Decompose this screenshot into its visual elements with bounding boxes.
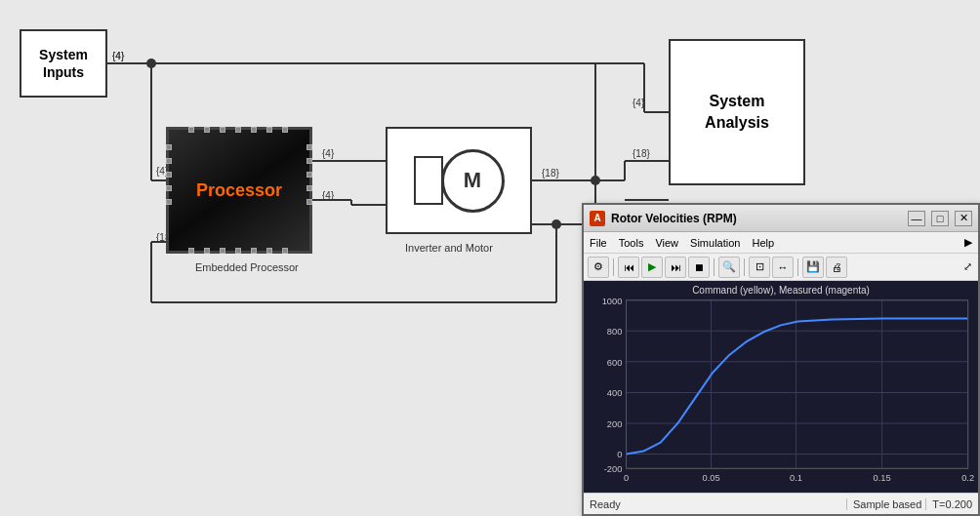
scope-window: A Rotor Velocities (RPM) — □ ✕ File Tool…	[582, 203, 980, 516]
scope-maximize-button[interactable]: □	[931, 211, 949, 226]
scope-plot-title: Command (yellow), Measured (magenta)	[584, 285, 978, 296]
scope-time: T=0.200	[925, 498, 972, 510]
system-inputs-label-line1: System	[39, 47, 88, 62]
toolbar-fit-button[interactable]: ⊡	[749, 257, 770, 278]
wire-label-5: {18}	[542, 168, 559, 179]
scope-svg: 1000 800 600 400 200 0 -200 0 0.05 0.1 0…	[584, 281, 978, 493]
wire-label-7: {18}	[633, 148, 650, 159]
system-analysis-label-line1: System	[710, 93, 765, 109]
scope-title-icon: A	[590, 211, 605, 226]
scope-titlebar: A Rotor Velocities (RPM) — □ ✕	[584, 205, 978, 232]
svg-point-3	[146, 59, 156, 68]
wire-label-4: {4}	[322, 190, 334, 201]
svg-text:0.15: 0.15	[874, 473, 891, 483]
toolbar-settings-button[interactable]: ⚙	[588, 257, 609, 278]
motor-rect	[414, 156, 443, 205]
toolbar-print-button[interactable]: 🖨	[826, 257, 847, 278]
svg-text:0.1: 0.1	[790, 473, 802, 483]
svg-point-11	[591, 176, 600, 185]
toolbar-sep-2	[714, 258, 715, 276]
wire-label-6: {4}	[633, 98, 644, 108]
toolbar-rewind-button[interactable]: ⏮	[618, 257, 639, 278]
toolbar-sep-1	[613, 258, 614, 276]
svg-text:0.05: 0.05	[702, 473, 719, 483]
toolbar-stop-button[interactable]: ⏹	[688, 257, 710, 278]
scope-toolbar: ⚙ ⏮ ▶ ⏭ ⏹ 🔍 ⊡ ↔ 💾 🖨 ⤢	[584, 254, 978, 281]
scope-close-button[interactable]: ✕	[955, 211, 972, 226]
scope-status-text: Ready	[590, 498, 842, 510]
scope-menu-tools[interactable]: Tools	[619, 237, 644, 249]
toolbar-sep-3	[744, 258, 745, 276]
scope-menu-arrow[interactable]: ▶	[964, 236, 972, 249]
scope-statusbar: Ready Sample based T=0.200	[584, 493, 978, 514]
scope-menu-view[interactable]: View	[655, 237, 678, 249]
svg-text:-200: -200	[604, 464, 623, 474]
svg-text:0.2: 0.2	[961, 473, 974, 483]
scope-menubar: File Tools View Simulation Help ▶	[584, 232, 978, 254]
system-analysis-label-line2: Analysis	[705, 114, 769, 131]
toolbar-step-button[interactable]: ⏭	[665, 257, 686, 278]
motor-symbol: M	[414, 149, 505, 213]
svg-point-22	[551, 219, 561, 229]
toolbar-zoom-button[interactable]: 🔍	[718, 257, 740, 278]
scope-title-text: Rotor Velocities (RPM)	[611, 212, 902, 225]
inverter-motor-label: Inverter and Motor	[405, 242, 493, 254]
simulink-canvas: {4} {4} {4} {4} {4} {18} {4} {18} {18} S…	[0, 0, 980, 516]
svg-text:1000: 1000	[602, 297, 623, 306]
toolbar-sep-4	[797, 258, 798, 276]
block-system-inputs: System Inputs	[20, 29, 107, 98]
scope-minimize-button[interactable]: —	[908, 211, 925, 226]
toolbar-expand-button[interactable]: ⤢	[961, 258, 974, 275]
block-inverter-motor: M	[386, 127, 532, 234]
scope-plot-area: Command (yellow), Measured (magenta)	[584, 281, 978, 493]
block-system-analysis: System Analysis	[669, 39, 805, 185]
wire-label-1b: {4}	[112, 51, 124, 61]
svg-text:800: 800	[607, 327, 623, 337]
svg-text:600: 600	[607, 358, 623, 368]
svg-text:0: 0	[617, 451, 622, 460]
scope-menu-simulation[interactable]: Simulation	[690, 237, 740, 249]
toolbar-save-button[interactable]: 💾	[802, 257, 824, 278]
processor-label: Processor	[196, 180, 282, 201]
processor-sublabel: Embedded Processor	[195, 261, 299, 273]
motor-circle: M	[441, 149, 505, 213]
system-inputs-label-line2: Inputs	[43, 64, 84, 80]
svg-text:400: 400	[607, 389, 623, 399]
svg-text:0: 0	[624, 473, 629, 483]
scope-menu-file[interactable]: File	[590, 237, 607, 249]
wire-label-3: {4}	[322, 148, 334, 159]
svg-rect-26	[584, 281, 978, 493]
toolbar-play-button[interactable]: ▶	[641, 257, 663, 278]
scope-sample-based: Sample based	[846, 498, 921, 510]
scope-menu-help[interactable]: Help	[752, 237, 774, 249]
toolbar-zoom-x-button[interactable]: ↔	[772, 257, 794, 278]
block-processor: Processor	[166, 127, 312, 254]
svg-text:200: 200	[607, 419, 623, 429]
